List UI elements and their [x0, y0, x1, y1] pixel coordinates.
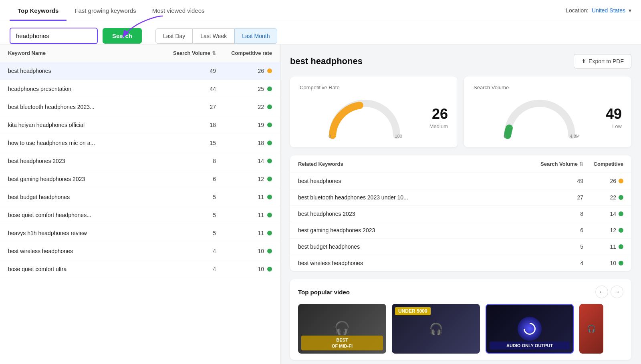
competitive-rate-title: Competitive Rate [300, 84, 448, 90]
related-rate: 26 [583, 178, 623, 184]
table-row[interactable]: how to use headphones mic on a... 15 18 [0, 134, 280, 152]
row-keyword-name: bose quiet comfort ultra [8, 266, 160, 272]
related-row[interactable]: best gaming headphones 2023 6 12 [290, 222, 631, 239]
dot-green-icon [267, 213, 272, 217]
related-row[interactable]: best headphones 49 26 [290, 173, 631, 189]
competitive-value: 26 [429, 106, 448, 123]
table-row[interactable]: bose quiet comfort ultra 4 10 [0, 260, 280, 278]
period-last-week[interactable]: Last Week [193, 28, 234, 44]
search-input-wrap [10, 28, 98, 44]
related-keyword-name: best wireless headphones [298, 260, 535, 266]
row-keyword-name: best bluetooth headphones 2023... [8, 104, 160, 110]
location-label: Location: [566, 7, 589, 14]
period-buttons: Last Day Last Week Last Month [155, 28, 277, 44]
table-row[interactable]: best budget headphones 5 11 [0, 188, 280, 206]
related-volume: 4 [535, 260, 583, 266]
dot-yellow-icon [267, 68, 272, 73]
dropdown-arrow-icon[interactable]: ▾ [629, 7, 631, 14]
related-row[interactable]: best headphones 2023 8 14 [290, 206, 631, 222]
top-popular-video-section: Top popular video ← → 🎧 BESTOF MID-FI [290, 279, 631, 360]
search-volume-card: Search Volume 0 4.8M [464, 76, 631, 147]
period-last-day[interactable]: Last Day [155, 28, 193, 44]
obs-inner-icon [521, 320, 538, 337]
table-row[interactable]: best bluetooth headphones 2023... 27 22 [0, 98, 280, 116]
related-th-name: Related Keywords [298, 161, 535, 167]
search-area: Search Last Day Last Week Last Month [0, 21, 641, 44]
related-keyword-name: best gaming headphones 2023 [298, 227, 535, 233]
row-keyword-name: headphones presentation [8, 86, 160, 92]
related-keyword-name: best headphones 2023 [298, 211, 535, 217]
table-row[interactable]: best gaming headphones 2023 6 12 [0, 170, 280, 188]
period-last-month[interactable]: Last Month [234, 28, 277, 44]
row-keyword-name: best headphones [8, 68, 160, 74]
table-row[interactable]: best headphones 2023 8 14 [0, 152, 280, 170]
row-rate: 19 [216, 122, 272, 128]
th-search-volume: Search Volume ⇅ [160, 50, 216, 56]
video-thumbnails: 🎧 BESTOF MID-FI 🎧 UNDER 5000 [298, 304, 623, 354]
video-thumbnail[interactable]: 🎧 BESTOF MID-FI [298, 304, 386, 354]
related-row[interactable]: best budget headphones 5 11 [290, 239, 631, 255]
headphone-icon: 🎧 [429, 322, 443, 336]
video-thumbnail[interactable]: 🎧 [579, 304, 603, 354]
video-thumbnail[interactable]: AUDIO ONLY OUTPUT [486, 304, 574, 354]
row-volume: 44 [160, 86, 216, 92]
related-keyword-name: best headphones [298, 178, 535, 184]
row-volume: 4 [160, 266, 216, 272]
row-keyword-name: bose quiet comfort headphones... [8, 212, 160, 218]
related-keywords-card: Related Keywords Search Volume ⇅ Competi… [290, 155, 631, 271]
dot-green-icon [267, 231, 272, 235]
competitive-label: Medium [429, 123, 448, 129]
table-row[interactable]: kita heiyan headphones official 18 19 [0, 116, 280, 134]
dot-green-icon [267, 159, 272, 163]
row-volume: 4 [160, 248, 216, 254]
nav-tab-fast-growing[interactable]: Fast growing keywords [67, 0, 144, 21]
video-section-header: Top popular video ← → [298, 286, 623, 298]
row-volume: 27 [160, 104, 216, 110]
video-next-button[interactable]: → [611, 286, 623, 298]
table-row[interactable]: bose quiet comfort headphones... 5 11 [0, 206, 280, 224]
video-nav: ← → [595, 286, 623, 298]
location-link[interactable]: United States [592, 7, 625, 14]
search-volume-title: Search Volume [474, 84, 622, 90]
related-row[interactable]: best wireless headphones 4 10 [290, 255, 631, 271]
row-keyword-name: kita heiyan headphones official [8, 122, 160, 128]
related-volume: 5 [535, 243, 583, 250]
dot-green-icon [619, 228, 623, 233]
gauge-volume-svg [500, 95, 580, 139]
related-rate: 14 [583, 211, 623, 217]
related-volume: 27 [535, 194, 583, 201]
table-row[interactable]: best headphones 49 26 [0, 62, 280, 80]
related-volume: 6 [535, 227, 583, 233]
video-thumbnail[interactable]: 🎧 UNDER 5000 [392, 304, 480, 354]
gauge-svg-competitive: 0 100 [300, 95, 429, 139]
video-prev-button[interactable]: ← [595, 286, 608, 298]
related-rate: 10 [583, 260, 623, 266]
gauge-min-label: 0 [329, 134, 331, 139]
table-row[interactable]: best wireless headphones 4 10 [0, 242, 280, 260]
row-rate: 25 [216, 86, 272, 92]
table-row[interactable]: headphones presentation 44 25 [0, 80, 280, 98]
headphone-icon: 🎧 [334, 320, 350, 336]
dot-green-icon [267, 267, 272, 271]
gauge-value-competitive: 26 Medium [429, 106, 448, 129]
export-button[interactable]: ⬆ Export to PDF [574, 54, 631, 68]
search-input[interactable] [10, 28, 98, 44]
dot-yellow-icon [619, 179, 623, 183]
related-rate: 22 [583, 194, 623, 201]
nav-tab-most-viewed[interactable]: Most viewed videos [144, 0, 213, 21]
sort-icon[interactable]: ⇅ [212, 50, 216, 56]
gauge-row: Competitive Rate 0 [290, 76, 631, 147]
nav-tab-top-keywords[interactable]: Top Keywords [10, 0, 67, 21]
right-header: best headphones ⬆ Export to PDF [290, 54, 631, 68]
table-row[interactable]: heavys h1h headphones review 5 11 [0, 224, 280, 242]
gauge-area-volume: 0 4.8M 49 Low [474, 95, 622, 139]
related-row[interactable]: best bluetooth headphones 2023 under 10.… [290, 189, 631, 206]
gauge-area-competitive: 0 100 26 Medium [300, 95, 448, 139]
row-volume: 18 [160, 122, 216, 128]
row-rate: 11 [216, 230, 272, 236]
dot-green-icon [267, 195, 272, 199]
gauge-min-label: 0 [504, 134, 506, 139]
search-button[interactable]: Search [103, 28, 142, 44]
related-sort-icon[interactable]: ⇅ [579, 161, 583, 167]
th-competitive-rate: Competitive rate [216, 50, 272, 56]
